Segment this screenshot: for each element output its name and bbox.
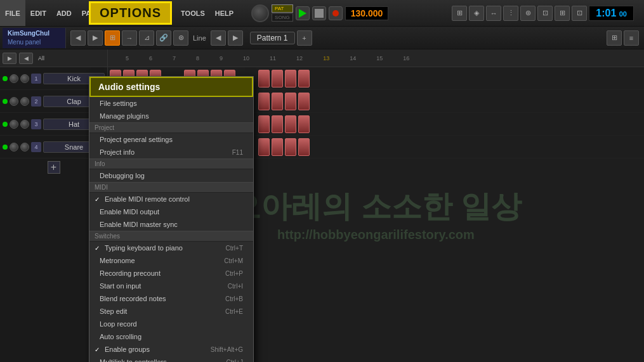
mode-icon-1[interactable]: ⊞ [105,30,120,46]
channel-led-4[interactable] [3,145,8,150]
record-button[interactable] [329,6,343,20]
song-btn[interactable]: SONG [272,13,293,22]
play-button[interactable] [296,6,310,20]
loop-record-item[interactable]: Loop record [89,318,253,330]
channel-knob-2b[interactable] [20,97,29,106]
clap-dot-9[interactable] [258,93,270,110]
toolbar-icon-1[interactable]: ⊞ [452,6,467,21]
mode-icon-4[interactable]: 🔗 [156,30,171,46]
snare-dot-12[interactable] [298,138,310,156]
debugging-log-item[interactable]: Debugging log [89,169,253,182]
project-section: Project [89,122,253,133]
top-toolbar: FILE EDIT ADD PATTERN OPTIONS TOOLS HELP… [0,0,644,27]
file-settings-item[interactable]: File settings [89,97,253,110]
mode-icon-5[interactable]: ⊛ [173,30,188,46]
bar-7: 7 [173,55,176,61]
project-info-item[interactable]: Project info F11 [89,146,253,158]
mode-icon-3[interactable]: ⊿ [139,30,154,46]
options-menu-label[interactable]: OPTIONS [89,1,172,25]
channel-toolbar-btn2[interactable]: ◀ [19,53,33,64]
project-general-settings-item[interactable]: Project general settings [89,133,253,146]
transport-controls: PAT SONG 130.000 [246,4,393,22]
multilink-label: Multilink to controllers [100,358,167,362]
kick-dot-11[interactable] [285,70,296,87]
kick-dot-9[interactable] [258,70,270,87]
channel-knob-4a[interactable] [10,143,18,152]
hat-dot-9[interactable] [258,115,270,133]
enable-midi-master-item[interactable]: Enable MIDI master sync [89,218,253,231]
step-edit-label: Step edit [100,307,127,315]
panel-label: Menu panel [8,38,60,47]
audio-settings-item[interactable]: Audio settings [89,77,253,97]
line-next[interactable]: ▶ [228,30,243,46]
kick-dot-10[interactable] [272,70,283,87]
menu-file[interactable]: FILE [0,0,25,26]
typing-keyboard-check: ✓ [95,245,100,252]
auto-scrolling-item[interactable]: Auto scrolling [89,330,253,343]
bar-9: 9 [220,55,223,61]
channel-led-3[interactable] [3,122,8,127]
prev-btn[interactable]: ◀ [70,30,86,46]
snare-dot-11[interactable] [285,138,296,156]
enable-midi-output-item[interactable]: Enable MIDI output [89,205,253,218]
info-section: Info [89,158,253,169]
line-prev[interactable]: ◀ [211,30,226,46]
typing-keyboard-item[interactable]: ✓ Typing keyboard to piano Ctrl+T [89,242,253,254]
blend-recorded-notes-item[interactable]: Blend recorded notes Ctrl+B [89,292,253,305]
channel-knob-3b[interactable] [20,120,29,129]
clap-dot-10[interactable] [272,93,283,110]
toolbar-icon-4[interactable]: ⋮ [503,6,518,21]
step-edit-item[interactable]: Step edit Ctrl+E [89,305,253,318]
menu-help[interactable]: HELP [210,0,239,26]
metronome-item[interactable]: Metronome Ctrl+M [89,254,253,267]
stop-button[interactable] [312,6,326,20]
channel-num-2: 2 [31,96,41,107]
toolbar-icon-2[interactable]: ◈ [469,6,484,21]
start-on-input-item[interactable]: Start on input Ctrl+I [89,280,253,292]
info-panel: KimSungChul Menu panel [3,28,66,48]
clap-dot-11[interactable] [285,93,296,110]
channel-knob-1a[interactable] [10,74,18,83]
bar-14: 14 [350,55,356,61]
toolbar-r1[interactable]: ⊞ [607,30,622,46]
snare-dot-10[interactable] [272,138,283,156]
menu-tools[interactable]: TOOLS [176,0,210,26]
toolbar-icon-3[interactable]: ↔ [486,6,501,21]
channel-toolbar-btn1[interactable]: ▶ [3,53,16,64]
add-channel-button[interactable]: + [48,161,60,174]
clap-dot-12[interactable] [298,93,310,110]
channel-knob-4b[interactable] [20,143,29,152]
hat-dot-10[interactable] [272,115,283,133]
bpm-display[interactable]: 130.000 [345,6,389,20]
enable-groups-item[interactable]: ✓ Enable groups Shift+Alt+G [89,343,253,356]
watermark-line2: http://hobbyeongarilifestory.com [230,226,522,243]
hat-dot-11[interactable] [285,115,296,133]
toolbar-icon-8[interactable]: ⊡ [572,6,587,21]
channel-knob-1b[interactable] [20,74,29,83]
toolbar-icon-7[interactable]: ⊞ [555,6,570,21]
pat-btn[interactable]: PAT [272,4,293,13]
hat-dot-12[interactable] [298,115,310,133]
multilink-shortcut: Ctrl+J [227,359,243,363]
kick-dot-12[interactable] [298,70,310,87]
multilink-controllers-item[interactable]: Multilink to controllers Ctrl+J [89,356,253,362]
toolbar-icon-5[interactable]: ⊛ [520,6,536,21]
next-btn[interactable]: ▶ [88,30,103,46]
project-info-label: Project info [100,148,135,156]
channel-led-2[interactable] [3,99,8,104]
toolbar-icon-6[interactable]: ⊡ [537,6,553,21]
channel-led-1[interactable] [3,76,8,81]
manage-plugins-item[interactable]: Manage plugins [89,110,253,122]
main-knob[interactable] [251,4,269,22]
toolbar-r2[interactable]: ≡ [624,30,639,46]
channel-knob-2a[interactable] [10,97,18,106]
pattern-prev[interactable]: + [297,30,312,46]
snare-dot-9[interactable] [258,138,270,156]
recording-precount-item[interactable]: Recording precount Ctrl+P [89,267,253,280]
menu-add[interactable]: ADD [51,0,77,26]
enable-midi-remote-item[interactable]: ✓ Enable MIDI remote control [89,193,253,205]
mode-icon-2[interactable]: → [122,30,137,46]
menu-edit[interactable]: EDIT [25,0,51,26]
channel-knob-3a[interactable] [10,120,18,129]
time-sub: 00 [619,10,627,18]
